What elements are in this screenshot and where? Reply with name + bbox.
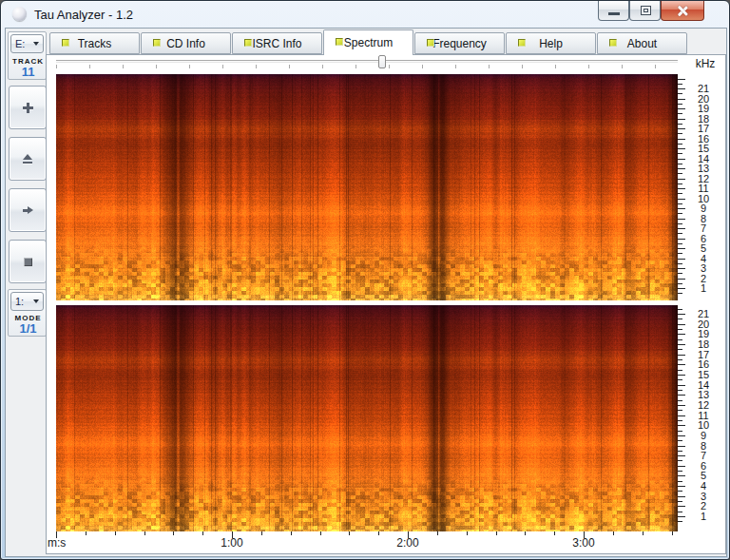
- freq-tick: [678, 213, 682, 214]
- tab-label: Spectrum: [344, 36, 393, 49]
- title-bar[interactable]: Tau Analyzer - 1.2: [1, 1, 729, 28]
- frame-checkbox-icon: [427, 39, 434, 47]
- client-area: E: TRACK 11 1: MODE 1/1 TracksCD InfoISR…: [5, 28, 727, 557]
- frame-checkbox-icon: [153, 39, 161, 47]
- time-tick: [86, 531, 86, 535]
- minimize-icon: [608, 12, 620, 15]
- freq-tick: [678, 88, 685, 89]
- tab-about[interactable]: About: [597, 32, 687, 54]
- next-button[interactable]: [9, 188, 47, 232]
- freq-tick: [678, 93, 682, 94]
- mode-value: 1/1: [9, 321, 48, 336]
- freq-tick: [678, 400, 682, 401]
- freq-tick: [678, 219, 685, 220]
- stop-button[interactable]: [9, 240, 47, 283]
- tab-spectrum[interactable]: Spectrum: [323, 29, 413, 55]
- eject-button[interactable]: [9, 137, 47, 181]
- tab-tracks[interactable]: Tracks: [49, 32, 140, 54]
- freq-tick: [678, 460, 682, 461]
- freq-tick: [678, 395, 685, 396]
- freq-tick: [678, 324, 685, 325]
- freq-tick: [678, 355, 685, 356]
- freq-tick: [678, 279, 685, 280]
- freq-tick: [678, 199, 685, 200]
- freq-tick: [678, 379, 682, 380]
- track-number: 11: [9, 65, 48, 79]
- freq-label-ch1: 1: [691, 282, 716, 294]
- freq-tick: [678, 501, 682, 502]
- freq-tick: [678, 223, 682, 224]
- freq-tick: [678, 168, 685, 169]
- time-tick: [378, 531, 379, 535]
- time-label: 2:00: [392, 536, 424, 550]
- freq-tick: [678, 339, 682, 340]
- time-tick: [115, 531, 116, 535]
- tab-frequency[interactable]: Frequency: [414, 32, 505, 54]
- freq-tick: [678, 268, 685, 269]
- freq-tick: [678, 364, 685, 365]
- add-button[interactable]: [9, 86, 47, 129]
- freq-tick: [678, 148, 685, 149]
- freq-tick: [678, 455, 685, 456]
- freq-tick: [678, 228, 685, 229]
- freq-tick: [678, 159, 685, 160]
- minimize-button[interactable]: [598, 1, 629, 21]
- time-tick: [202, 531, 203, 535]
- freq-tick: [678, 179, 685, 180]
- freq-tick: [678, 139, 685, 140]
- freq-tick: [678, 99, 685, 100]
- tab-isrc-info[interactable]: ISRC Info: [232, 32, 322, 54]
- time-tick: [320, 531, 321, 535]
- freq-tick: [678, 466, 685, 467]
- freq-tick: [678, 253, 682, 254]
- tab-help[interactable]: Help: [506, 32, 596, 54]
- freq-tick: [678, 319, 682, 319]
- freq-tick: [678, 440, 682, 441]
- freq-tick: [678, 164, 682, 164]
- mode-selector-value: 1:: [15, 296, 24, 307]
- freq-tick: [678, 273, 682, 274]
- freq-tick: [678, 283, 682, 284]
- freq-tick: [678, 415, 685, 416]
- freq-tick: [678, 431, 682, 432]
- freq-tick: [678, 334, 685, 335]
- maximize-button[interactable]: [629, 1, 661, 21]
- zoom-slider-thumb[interactable]: [378, 55, 386, 68]
- freq-tick: [678, 435, 685, 436]
- freq-tick: [678, 516, 685, 517]
- time-tick: [437, 531, 438, 535]
- tab-label: CD Info: [166, 37, 205, 50]
- spectrogram-channel-1: [56, 74, 678, 300]
- freq-tick: [678, 188, 685, 189]
- time-tick: [467, 531, 468, 535]
- freq-tick: [678, 375, 685, 376]
- freq-tick: [678, 314, 685, 315]
- freq-tick: [678, 370, 682, 371]
- tab-label: Frequency: [432, 37, 487, 50]
- freq-tick: [678, 173, 682, 174]
- freq-tick: [678, 405, 685, 406]
- freq-tick: [678, 446, 685, 447]
- mode-selector[interactable]: 1:: [10, 292, 44, 311]
- freq-tick: [678, 79, 685, 80]
- freq-tick: [678, 263, 682, 264]
- freq-tick: [678, 119, 685, 120]
- spectrum-pane: kHz 212019181716151413121110987654321212…: [46, 54, 726, 554]
- zoom-slider-track[interactable]: [56, 60, 678, 63]
- maximize-icon: [641, 6, 651, 15]
- close-button[interactable]: [661, 1, 704, 21]
- freq-tick: [678, 243, 682, 244]
- freq-tick: [678, 259, 685, 260]
- time-tick: [643, 531, 644, 535]
- time-tick: [554, 531, 555, 535]
- freq-tick: [678, 239, 685, 240]
- freq-tick: [678, 451, 682, 452]
- freq-tick: [678, 410, 682, 411]
- tab-cd-info[interactable]: CD Info: [141, 32, 231, 54]
- spectrogram-channel-2: [56, 305, 678, 531]
- window-title: Tau Analyzer - 1.2: [34, 8, 133, 22]
- tab-label: Tracks: [78, 37, 112, 50]
- stop-icon: [24, 258, 32, 266]
- frame-checkbox-icon: [62, 39, 69, 47]
- freq-tick: [678, 113, 682, 114]
